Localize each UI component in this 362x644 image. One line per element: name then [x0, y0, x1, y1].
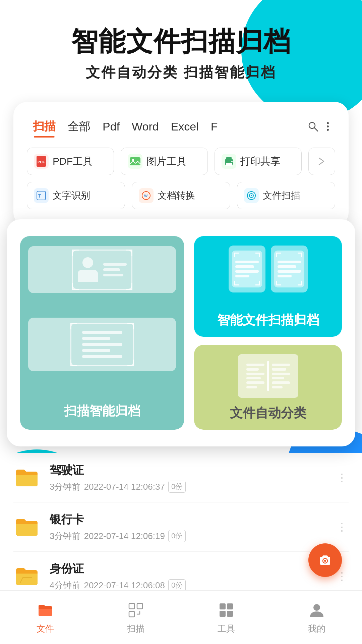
- doc-item-1: [229, 246, 265, 292]
- svg-text:W: W: [144, 194, 148, 198]
- tab-bar: 扫描 全部 Pdf Word Excel F: [27, 115, 335, 138]
- svg-rect-31: [220, 611, 226, 617]
- folder-icon-1: [13, 514, 40, 540]
- pdf-tool-button[interactable]: PDF PDF工具: [27, 148, 114, 175]
- more-tool-button[interactable]: [308, 148, 335, 175]
- file-info-2: 身份证 4分钟前 2022-07-14 12:06:08 0份: [50, 561, 335, 591]
- svg-point-2: [327, 122, 329, 124]
- file-scan-button[interactable]: 文件扫描: [237, 182, 335, 209]
- svg-rect-28: [129, 611, 134, 617]
- doc-convert-icon: W: [139, 188, 154, 203]
- nav-mine[interactable]: 我的: [272, 600, 362, 635]
- tools-row-2: T 文字识别 W 文档转换 文件扫描: [27, 182, 335, 209]
- text-recognition-button[interactable]: T 文字识别: [27, 182, 125, 209]
- nav-files-icon: [35, 600, 55, 620]
- nav-files[interactable]: 文件: [0, 600, 90, 635]
- nav-scan-label: 扫描: [127, 623, 144, 635]
- tab-word[interactable]: Word: [126, 117, 165, 137]
- tab-pdf[interactable]: Pdf: [97, 117, 126, 137]
- doc-item-2: [271, 246, 308, 292]
- file-info-0: 驾驶证 3分钟前 2022-07-14 12:06:37 0份: [50, 463, 335, 493]
- image-tool-label: 图片工具: [146, 155, 187, 168]
- text-recognition-label: 文字识别: [53, 189, 90, 202]
- pdf-tool-label: PDF工具: [53, 155, 93, 168]
- tools-row-1: PDF PDF工具 图片工具: [27, 148, 335, 175]
- file-menu-icon-1[interactable]: ⋮: [335, 520, 349, 534]
- svg-line-1: [314, 128, 318, 131]
- svg-text:PDF: PDF: [38, 160, 45, 164]
- nav-tools-icon: [216, 600, 236, 620]
- image-tool-button[interactable]: 图片工具: [121, 148, 208, 175]
- nav-scan-icon: [126, 600, 146, 620]
- feature-right-panel: 智能文件扫描归档: [194, 236, 342, 430]
- hero-section: 智能文件扫描归档 文件自动分类 扫描智能归档: [0, 0, 362, 95]
- svg-point-25: [324, 560, 326, 562]
- more-dots-icon[interactable]: [320, 119, 335, 134]
- search-icon[interactable]: [306, 119, 320, 134]
- folder-icon-0: [13, 464, 40, 491]
- print-icon: [222, 154, 236, 169]
- svg-rect-32: [227, 611, 233, 617]
- feature-scan-archive[interactable]: 扫描智能归档: [20, 236, 184, 430]
- main-card: 扫描 全部 Pdf Word Excel F PDF: [13, 102, 349, 226]
- text-recognition-icon: T: [34, 188, 49, 203]
- svg-rect-29: [220, 603, 226, 609]
- file-name-2: 身份证: [50, 561, 335, 577]
- svg-rect-11: [226, 163, 232, 166]
- file-scan-icon: [244, 188, 259, 203]
- file-meta-0: 3分钟前 2022-07-14 12:06:37 0份: [50, 481, 335, 493]
- nav-tools-label: 工具: [218, 623, 235, 635]
- hero-subtitle: 文件自动分类 扫描智能归档: [20, 63, 342, 82]
- id-card-preview: [28, 246, 176, 293]
- feature-popup: 扫描智能归档: [7, 219, 355, 446]
- file-meta-1: 3分钟前 2022-07-14 12:06:19 0份: [50, 530, 335, 542]
- feature-auto-classify[interactable]: 文件自动分类: [194, 345, 342, 430]
- tab-scan[interactable]: 扫描: [27, 115, 62, 138]
- nav-scan[interactable]: 扫描: [90, 600, 181, 635]
- file-scan-label: 文件扫描: [263, 189, 300, 202]
- scan-archive-label: 扫描智能归档: [64, 402, 140, 420]
- nav-tools[interactable]: 工具: [181, 600, 272, 635]
- chevron-right-icon: [315, 154, 328, 169]
- nav-files-label: 文件: [37, 623, 54, 635]
- file-meta-2: 4分钟前 2022-07-14 12:06:08 0份: [50, 579, 335, 591]
- camera-fab-button[interactable]: [308, 543, 342, 577]
- image-icon: [128, 154, 142, 169]
- svg-rect-30: [227, 603, 233, 609]
- feature-smart-scan[interactable]: 智能文件扫描归档: [194, 236, 342, 337]
- auto-classify-label: 文件自动分类: [230, 405, 306, 422]
- doc-preview: [28, 318, 176, 371]
- file-name-0: 驾驶证: [50, 463, 335, 478]
- svg-point-8: [132, 159, 134, 161]
- file-name-1: 银行卡: [50, 512, 335, 527]
- file-info-1: 银行卡 3分钟前 2022-07-14 12:06:19 0份: [50, 512, 335, 542]
- tab-f[interactable]: F: [205, 117, 224, 137]
- tab-all[interactable]: 全部: [62, 115, 97, 138]
- docs-preview-row: [202, 246, 334, 292]
- pdf-icon: PDF: [34, 154, 49, 169]
- svg-rect-7: [130, 157, 140, 165]
- svg-point-4: [327, 129, 329, 131]
- svg-point-12: [231, 161, 233, 162]
- print-tool-label: 打印共享: [240, 155, 281, 168]
- doc-convert-button[interactable]: W 文档转换: [132, 182, 230, 209]
- svg-text:T: T: [38, 193, 41, 199]
- folder-icon-2: [13, 563, 40, 590]
- svg-point-19: [251, 195, 252, 196]
- file-item-1[interactable]: 银行卡 3分钟前 2022-07-14 12:06:19 0份 ⋮: [13, 502, 349, 552]
- svg-rect-10: [226, 157, 232, 161]
- doc-convert-label: 文档转换: [158, 189, 195, 202]
- print-tool-button[interactable]: 打印共享: [215, 148, 302, 175]
- svg-rect-26: [129, 603, 134, 609]
- book-preview: [238, 354, 298, 398]
- smart-scan-label: 智能文件扫描归档: [217, 312, 319, 329]
- svg-point-3: [327, 125, 329, 127]
- svg-point-33: [313, 604, 320, 611]
- file-item-0[interactable]: 驾驶证 3分钟前 2022-07-14 12:06:37 0份 ⋮: [13, 453, 349, 502]
- file-menu-icon-0[interactable]: ⋮: [335, 471, 349, 484]
- svg-rect-27: [137, 603, 142, 609]
- nav-mine-icon: [307, 600, 327, 620]
- tab-excel[interactable]: Excel: [165, 117, 205, 137]
- hero-title: 智能文件扫描归档: [20, 27, 342, 56]
- nav-mine-label: 我的: [308, 623, 325, 635]
